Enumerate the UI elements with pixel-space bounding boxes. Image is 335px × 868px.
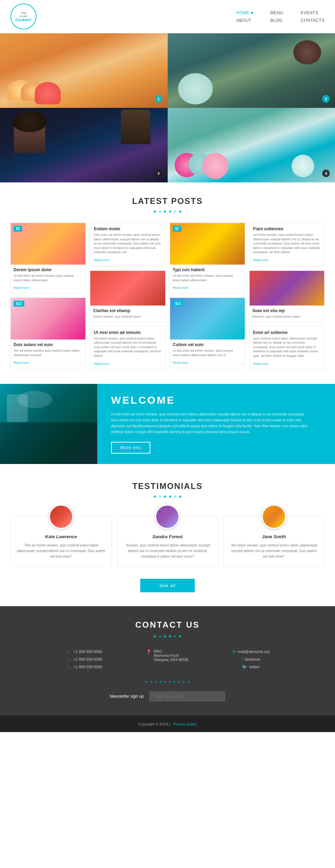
nav-home[interactable]: HOME [236, 10, 253, 15]
post-text: Rearnim, quis nostrud exerci tation [252, 315, 321, 319]
hero-number-1: 1 [155, 95, 162, 103]
testimonial-card-3: Jane Smith "Ad minim veniam, quis nostru… [223, 516, 325, 567]
post-image-wrap: $3 [11, 223, 85, 265]
welcome-text: Ut wisi enim ad minim veniam, quis nostr… [111, 411, 312, 435]
testimonial-name-3: Jane Smith [229, 534, 319, 539]
newsletter-row: Newsletter sign up [10, 691, 325, 702]
phone-icon-2: 📞 [66, 657, 72, 662]
post-title: Duis autem vel eum [14, 342, 83, 347]
nav-col-1: HOME ABOUT [236, 10, 253, 23]
avatar-3 [262, 505, 286, 529]
posts-col-2: Eodem modo Desi enim ad minim veniam, qu… [90, 223, 165, 370]
testimonial-name-2: Sandra Forest [123, 534, 213, 539]
post-card: Seas est elia mp Rearnim, quis nostrud e… [249, 270, 325, 322]
testimonial-text-1: "Vim ad minim veniam, quis nostrud exerc… [16, 543, 106, 559]
post-read-more[interactable]: Read more [94, 362, 109, 366]
latest-posts-section: LATEST POSTS $3 Dorem ipsum dolor Ut wis… [0, 182, 335, 384]
post-small-card: Ut misi enim ad minuim Ad minim veniam, … [90, 326, 165, 370]
post-read-more[interactable]: Read more [253, 362, 269, 366]
facebook-icon: f [242, 657, 243, 662]
post-read-more[interactable]: Read more [14, 286, 29, 290]
testimonials-title: TESTIMONIALS [10, 481, 325, 491]
post-small-text: Ad minim veniam, quis nostrud exerci tat… [94, 336, 161, 358]
post-read-more[interactable]: Read more [173, 286, 189, 290]
nav-col-2: MENU BLOG [270, 10, 283, 23]
post-text: Cenim veniam, quis nostrud exerci [93, 315, 162, 319]
contact-grid: 📞 +1 800 559 6580 📞 +1 800 559 6580 📞 +1… [46, 649, 289, 669]
testimonial-text-2: "Xeniam, quis nostrud exerci tation ulla… [123, 543, 213, 559]
post-price: $12 [14, 301, 24, 307]
phone-icon-3: 📞 [66, 664, 72, 669]
post-small-title: Ut misi enim ad minuim [94, 330, 161, 335]
contact-phone-1: 📞 +1 800 559 6580 [66, 649, 102, 654]
hero-number-3: 3 [155, 170, 162, 177]
newsletter-input[interactable] [149, 691, 225, 702]
logo[interactable]: Time to eat Cookies! [10, 3, 36, 29]
footer: Copyright © 2014 | Privacy policy [0, 715, 335, 732]
hero-section: 1 2 3 4 [0, 33, 335, 182]
contact-section: CONTACT US 📞 +1 800 559 6580 📞 +1 800 55… [0, 606, 335, 715]
post-text: Ut wisi enim ad minim veniam, quis nostr… [14, 274, 83, 282]
footer-text: Copyright © 2014 | [138, 722, 170, 726]
post-text: Ut wisi enim ad minim veniam, quis nostr… [173, 274, 242, 282]
hero-cell-2[interactable]: 2 [168, 33, 335, 108]
post-read-more[interactable]: Read more [253, 258, 269, 262]
nav-menu[interactable]: MENU [270, 10, 283, 15]
hero-cell-1[interactable]: 1 [0, 33, 168, 108]
nav-events[interactable]: EVENTS [301, 10, 325, 15]
testimonial-card-1: Kate Lawrence "Vim ad minim veniam, quis… [10, 516, 112, 567]
post-read-more[interactable]: Read more [14, 361, 29, 364]
testimonial-card-2: Sandra Forest "Xeniam, quis nostrud exer… [117, 516, 218, 567]
testimonials-grid: Kate Lawrence "Vim ad minim veniam, quis… [10, 516, 325, 567]
hero-cell-3[interactable]: 3 [0, 108, 168, 182]
posts-grid: $3 Dorem ipsum dolor Ut wisi enim ad min… [10, 223, 325, 370]
post-image-wrap: $11 [170, 298, 245, 340]
welcome-image [0, 384, 97, 464]
see-all-wrap: See all [10, 579, 325, 592]
nav-col-3: EVENTS CONTACTS [301, 10, 325, 23]
nav-blog[interactable]: BLOG [270, 18, 283, 23]
nav-about[interactable]: ABOUT [236, 18, 253, 23]
contact-phone-2: 📞 +1 800 559 6580 [66, 657, 102, 662]
testimonial-text-3: "Ad minim veniam, quis nostrud exerci ta… [229, 543, 319, 559]
post-small-card: Fiant sollennes Ad minim veniam, quis no… [249, 223, 325, 266]
post-small-text: Desi enim ad minim veniam, quis nostrud … [94, 233, 161, 255]
location-icon: 📍 [146, 649, 152, 655]
contact-phones: 📞 +1 800 559 6580 📞 +1 800 559 6580 📞 +1… [46, 649, 123, 669]
post-title: Typi non habent [173, 267, 242, 272]
header: Time to eat Cookies! HOME ABOUT MENU BLO… [0, 0, 335, 33]
welcome-content: WELCOME Ut wisi enim ad minim veniam, qu… [97, 384, 335, 464]
testimonial-name-1: Kate Lawrence [16, 534, 106, 539]
newsletter-label: Newsletter sign up [110, 694, 144, 699]
post-card: $7 Typi non habent Ut wisi enim ad minim… [170, 223, 245, 293]
posts-col-3: $7 Typi non habent Ut wisi enim ad minim… [170, 223, 245, 370]
post-small-title: Eodem modo [94, 226, 161, 231]
post-title: Dorem ipsum dolor [14, 267, 83, 272]
nav-contacts[interactable]: CONTACTS [301, 18, 325, 23]
post-card: Claritas est etiamp Cenim veniam, quis n… [90, 270, 165, 322]
more-info-button[interactable]: More info [111, 442, 150, 454]
post-text: Vim ad minim veniam, quis nostrud exerci… [14, 349, 83, 357]
posts-col-1: $3 Dorem ipsum dolor Ut wisi enim ad min… [10, 223, 86, 370]
contact-dots [10, 633, 325, 639]
post-price: $3 [14, 226, 22, 232]
avatar-2 [155, 505, 179, 529]
post-card: $11 Cuitem vel eum Ut wisi enim ad minim… [170, 298, 245, 368]
post-price: $11 [173, 301, 184, 307]
hero-number-2: 2 [322, 95, 330, 103]
post-small-title: Enim arl sollenne [253, 330, 321, 335]
see-all-button[interactable]: See all [140, 579, 195, 592]
contact-address: 📍 8901 Marmora Food Glasgow, D04 89GB. [129, 649, 206, 669]
welcome-section: WELCOME Ut wisi enim ad minim veniam, qu… [0, 384, 335, 464]
post-read-more[interactable]: Read more [94, 258, 109, 262]
hero-cell-4[interactable]: 4 [168, 108, 335, 182]
post-card: $3 Dorem ipsum dolor Ut wisi enim ad min… [10, 223, 86, 293]
section-dots [10, 493, 325, 499]
post-read-more[interactable]: Read more [173, 361, 189, 364]
post-card: $12 Duis autem vel eum Vim ad minim veni… [10, 298, 86, 368]
post-small-card: Eodem modo Desi enim ad minim veniam, qu… [90, 223, 165, 266]
privacy-policy-link[interactable]: Privacy policy [173, 722, 196, 726]
section-dots [10, 208, 325, 214]
hero-number-4: 4 [322, 170, 330, 177]
main-nav: HOME ABOUT MENU BLOG EVENTS CONTACTS [219, 10, 325, 23]
